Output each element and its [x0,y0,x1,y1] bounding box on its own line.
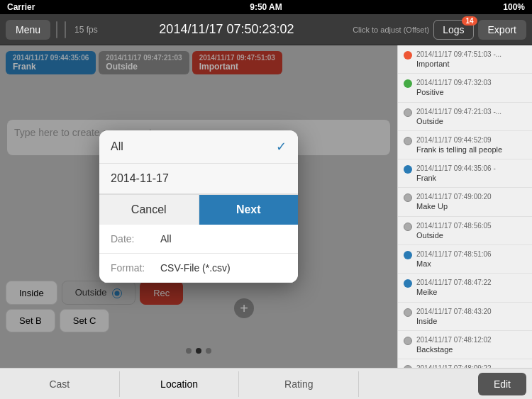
log-time-10: 2014/11/17 07:48:43:20 [416,307,492,316]
dropdown-section: All ✓ 2014-11-17 [99,130,298,194]
log-time-12: 2014/11/17 07:48:09:22 [416,364,492,368]
log-label-6: Make Up [416,201,492,211]
fps-label: 15 fps [74,25,98,35]
overlay: All ✓ 2014-11-17 Cancel Next Date: [0,45,397,368]
edit-button[interactable]: Edit [478,373,526,395]
log-time-5: 2014/11/17 09:44:35:06 - [416,164,496,173]
log-time-3: 2014/11/17 09:47:21:03 -... [416,107,501,116]
log-dot-12 [404,365,412,368]
log-item-7[interactable]: 2014/11/17 07:48:56:05 Outside [398,217,532,245]
battery-label: 100% [503,2,525,12]
form-label-format: Format: [111,262,160,274]
log-label-1: Important [416,59,501,69]
dropdown-label-date: 2014-11-17 [111,172,169,185]
log-label-8: Max [416,259,492,269]
tab-location[interactable]: Location [120,371,240,397]
time-label: 9:50 AM [250,2,282,12]
log-label-3: Outside [416,116,501,126]
toolbar-divider-1 [56,21,57,38]
logs-badge: 14 [462,16,477,26]
log-dot-1 [404,51,412,60]
form-row-date: Date: All [99,225,298,254]
tab-cast[interactable]: Cast [0,371,120,397]
log-item-11[interactable]: 2014/11/17 07:48:12:02 Backstage [398,331,532,359]
tab-rating[interactable]: Rating [239,371,359,397]
log-label-11: Backstage [416,344,492,354]
log-label-9: Meike [416,287,492,297]
log-time-6: 2014/11/17 07:49:00:20 [416,192,492,201]
log-label-7: Outside [416,230,492,240]
log-item-10[interactable]: 2014/11/17 07:48:43:20 Inside [398,303,532,331]
export-dialog: All ✓ 2014-11-17 Cancel Next Date: [99,130,298,283]
datetime-label[interactable]: 2014/11/17 07:50:23:02 [105,22,348,37]
log-dot-11 [404,337,412,345]
export-button[interactable]: Export [478,20,526,40]
log-dot-6 [404,193,412,202]
menu-button[interactable]: Menu [6,20,50,40]
left-panel: 2014/11/17 09:44:35:06 Frank 2014/11/17 … [0,45,397,368]
form-value-date: All [160,233,172,245]
main-area: 2014/11/17 09:44:35:06 Frank 2014/11/17 … [0,45,532,368]
toolbar: Menu 15 fps 2014/11/17 07:50:23:02 Click… [0,14,532,45]
log-time-11: 2014/11/17 07:48:12:02 [416,335,492,344]
log-time-9: 2014/11/17 07:48:47:22 [416,278,492,287]
logs-button[interactable]: Logs 14 [433,20,473,40]
log-item-4[interactable]: 2014/11/17 09:44:52:09 Frank is telling … [398,131,532,159]
log-label-4: Frank is telling all people [416,145,502,154]
log-item-9[interactable]: 2014/11/17 07:48:47:22 Meike [398,274,532,302]
log-dot-9 [404,279,412,288]
offset-label: Click to adjust (Offset) [353,26,429,34]
cancel-button[interactable]: Cancel [99,195,199,225]
log-dot-10 [404,308,412,317]
dropdown-item-date[interactable]: 2014-11-17 [99,164,298,193]
log-time-4: 2014/11/17 09:44:52:09 [416,135,502,145]
log-item-12[interactable]: 2014/11/17 07:48:09:22 Set A [398,359,532,368]
dropdown-label-all: All [111,140,123,153]
dropdown-item-all[interactable]: All ✓ [99,130,298,164]
log-label-2: Positive [416,87,492,97]
status-bar: Carrier 9:50 AM 100% [0,0,532,14]
log-label-10: Inside [416,316,492,326]
tab-bar: Cast Location Rating Edit [0,368,532,399]
log-item-2[interactable]: 2014/11/17 09:47:32:03 Positive [398,74,532,102]
log-time-2: 2014/11/17 09:47:32:03 [416,78,492,87]
dialog-actions: Cancel Next [99,194,298,225]
log-label-5: Frank [416,173,496,183]
form-section: Date: All Format: CSV-File (*.csv) [99,225,298,283]
log-dot-2 [404,79,412,88]
log-item-5[interactable]: 2014/11/17 09:44:35:06 - Frank [398,159,532,188]
log-dot-5 [404,165,412,174]
next-button[interactable]: Next [199,195,299,225]
log-time-7: 2014/11/17 07:48:56:05 [416,221,492,230]
log-item-1[interactable]: 2014/11/17 09:47:51:03 -... Important [398,45,532,74]
form-row-format: Format: CSV-File (*.csv) [99,254,298,283]
check-icon: ✓ [276,139,287,154]
log-dot-8 [404,251,412,259]
log-dot-7 [404,223,412,231]
log-item-6[interactable]: 2014/11/17 07:49:00:20 Make Up [398,188,532,216]
log-item-8[interactable]: 2014/11/17 07:48:51:06 Max [398,245,532,274]
log-time-8: 2014/11/17 07:48:51:06 [416,249,492,259]
form-label-date: Date: [111,233,160,245]
log-dot-4 [404,137,412,145]
right-panel: 2014/11/17 09:47:51:03 -... Important 20… [397,45,532,368]
log-item-3[interactable]: 2014/11/17 09:47:21:03 -... Outside [398,103,532,131]
toolbar-divider-2 [65,21,66,38]
log-time-1: 2014/11/17 09:47:51:03 -... [416,50,501,59]
form-value-format: CSV-File (*.csv) [160,262,231,274]
carrier-label: Carrier [7,2,35,12]
log-dot-3 [404,108,412,117]
